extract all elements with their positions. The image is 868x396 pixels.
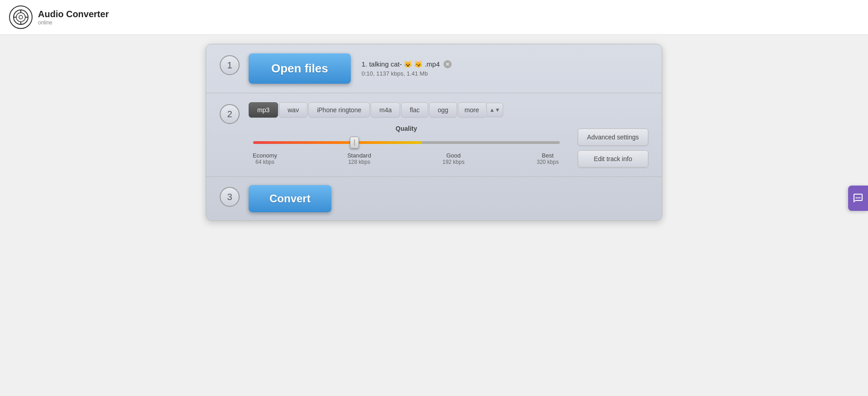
marker-economy-name: Economy (251, 152, 278, 159)
edit-track-info-button[interactable]: Edit track info (578, 150, 648, 167)
marker-standard-kbps: 128 kbps (346, 159, 373, 165)
feedback-button[interactable] (848, 186, 868, 211)
tab-more[interactable]: more (458, 102, 486, 118)
remove-file-button[interactable]: ✕ (443, 60, 452, 68)
quality-label: Quality (249, 125, 564, 132)
marker-best: Best 320 kbps (534, 152, 561, 165)
step3-content: Convert (249, 185, 648, 212)
quality-slider-area: Quality Economy 64 kbps (249, 125, 564, 165)
slider-wrapper (249, 137, 564, 148)
more-dropdown-arrow[interactable]: ▲▼ (486, 103, 504, 117)
file-meta: 0:10, 1137 kbps, 1.41 Mb (362, 70, 452, 77)
svg-point-9 (859, 197, 861, 198)
file-name-text: 1. talking cat- 😺 😼 .mp4 (362, 60, 440, 68)
marker-economy-kbps: 64 kbps (251, 159, 278, 165)
converter-container: 1 Open files 1. talking cat- 😺 😼 .mp4 ✕ … (206, 44, 662, 221)
marker-best-kbps: 320 kbps (534, 159, 561, 165)
format-tabs: mp3 wav iPhone ringtone m4a flac ogg mor… (249, 102, 503, 118)
side-buttons: Advanced settings Edit track info (578, 125, 648, 167)
marker-good-name: Good (440, 152, 467, 159)
slider-track (253, 141, 560, 144)
feedback-icon (853, 193, 863, 204)
marker-good-kbps: 192 kbps (440, 159, 467, 165)
marker-best-name: Best (534, 152, 561, 159)
marker-good: Good 192 kbps (440, 152, 467, 165)
convert-button[interactable]: Convert (249, 185, 331, 212)
format-more-group: more ▲▼ (458, 102, 504, 118)
quality-markers: Economy 64 kbps Standard 128 kbps Good 1… (249, 152, 564, 165)
main-content: 1 Open files 1. talking cat- 😺 😼 .mp4 ✕ … (0, 35, 868, 230)
step2-section: 2 mp3 wav iPhone ringtone m4a flac ogg m… (206, 93, 662, 177)
step2-number: 2 (220, 104, 240, 124)
app-subtitle: online (38, 19, 109, 26)
tab-m4a[interactable]: m4a (371, 102, 400, 118)
file-info: 1. talking cat- 😺 😼 .mp4 ✕ 0:10, 1137 kb… (362, 60, 452, 77)
app-title-group: Audio Converter online (38, 9, 109, 26)
advanced-settings-button[interactable]: Advanced settings (578, 129, 648, 146)
app-logo (9, 5, 33, 29)
tab-mp3[interactable]: mp3 (249, 102, 278, 118)
svg-point-8 (858, 197, 859, 198)
tab-iphone-ringtone[interactable]: iPhone ringtone (308, 102, 370, 118)
quality-row: Quality Economy 64 kbps (249, 125, 648, 167)
step2-content: mp3 wav iPhone ringtone m4a flac ogg mor… (249, 102, 648, 167)
step1-number: 1 (220, 55, 240, 75)
tab-flac[interactable]: flac (401, 102, 428, 118)
step1-content: Open files 1. talking cat- 😺 😼 .mp4 ✕ 0:… (249, 53, 648, 84)
svg-point-2 (19, 15, 23, 19)
step3-section: 3 Convert (206, 177, 662, 220)
step1-section: 1 Open files 1. talking cat- 😺 😼 .mp4 ✕ … (206, 44, 662, 93)
open-files-button[interactable]: Open files (249, 53, 351, 84)
file-name: 1. talking cat- 😺 😼 .mp4 ✕ (362, 60, 452, 68)
app-title: Audio Converter (38, 9, 109, 19)
svg-point-7 (856, 197, 857, 198)
marker-economy: Economy 64 kbps (251, 152, 278, 165)
svg-point-1 (16, 13, 25, 22)
marker-standard-name: Standard (346, 152, 373, 159)
app-header: Audio Converter online (0, 0, 868, 35)
tab-wav[interactable]: wav (279, 102, 307, 118)
marker-standard: Standard 128 kbps (346, 152, 373, 165)
quality-slider-thumb[interactable] (350, 137, 359, 148)
step3-number: 3 (220, 187, 240, 207)
tab-ogg[interactable]: ogg (429, 102, 457, 118)
slider-track-gray (422, 141, 560, 144)
